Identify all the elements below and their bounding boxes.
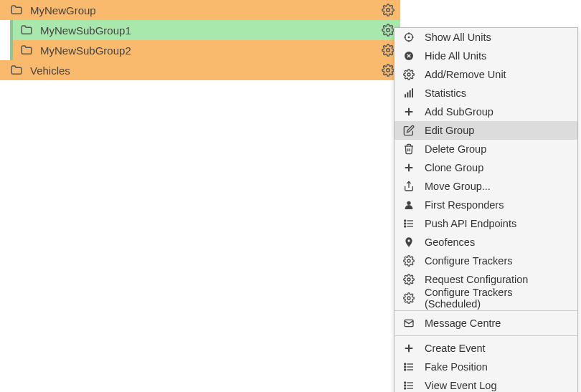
plus-icon <box>403 343 415 354</box>
list-icon <box>403 218 415 229</box>
svg-point-44 <box>405 369 406 371</box>
x-circle-icon <box>403 50 415 62</box>
svg-point-13 <box>407 73 410 76</box>
person-icon <box>403 199 415 211</box>
menu-item[interactable]: Statistics <box>395 84 577 102</box>
menu-divider <box>395 335 577 336</box>
svg-point-2 <box>387 49 390 52</box>
svg-point-49 <box>405 385 406 386</box>
menu-item-label: First Responders <box>425 199 504 211</box>
menu-item[interactable]: Add/Remove Unit <box>395 65 577 84</box>
tree-row-label: MyNewGroup <box>30 4 382 16</box>
menu-item-label: Hide All Units <box>425 50 486 62</box>
crosshair-icon <box>403 32 415 43</box>
tree-row-label: MyNewSubGroup1 <box>40 24 382 37</box>
plus-icon <box>403 162 415 173</box>
menu-item[interactable]: Configure Trackers (Scheduled) <box>395 289 577 307</box>
menu-item-label: Edit Group <box>425 125 474 136</box>
svg-point-3 <box>387 69 390 72</box>
menu-item[interactable]: Create Event <box>395 339 577 358</box>
pin-icon <box>403 236 415 248</box>
menu-item-label: Add/Remove Unit <box>425 69 506 80</box>
gear-icon <box>403 274 415 285</box>
menu-item[interactable]: Fake Position <box>395 358 577 376</box>
envelope-icon <box>403 317 415 329</box>
menu-item[interactable]: Move Group... <box>395 177 577 196</box>
gear-icon <box>403 255 415 267</box>
tree-row-label: MyNewSubGroup2 <box>40 44 382 57</box>
menu-item-label: Create Event <box>425 343 486 354</box>
menu-item[interactable]: Configure Trackers <box>395 252 577 270</box>
svg-point-50 <box>405 388 406 389</box>
gear-icon[interactable] <box>382 64 395 77</box>
tree-row[interactable]: MyNewSubGroup1 <box>10 20 400 40</box>
menu-item-label: Show All Units <box>425 32 491 43</box>
tree-row[interactable]: Vehicles <box>0 60 400 80</box>
svg-point-42 <box>405 363 406 365</box>
menu-item[interactable]: Clone Group <box>395 158 577 177</box>
gear-icon <box>403 69 415 80</box>
menu-item-label: Statistics <box>425 87 466 99</box>
menu-item[interactable]: Geofences <box>395 233 577 252</box>
menu-item-label: Fake Position <box>425 361 488 373</box>
bars-icon <box>403 87 415 99</box>
list-icon <box>403 361 415 373</box>
menu-item[interactable]: Message Centre <box>395 314 577 333</box>
svg-point-29 <box>405 220 406 221</box>
trash-icon <box>403 143 415 155</box>
menu-item-label: Push API Endpoints <box>425 218 516 229</box>
gear-icon[interactable] <box>382 4 395 16</box>
edit-icon <box>403 125 415 136</box>
menu-item-label: Configure Trackers <box>425 255 513 267</box>
menu-item[interactable]: Hide All Units <box>395 47 577 65</box>
menu-item-label: Delete Group <box>425 143 486 155</box>
tree-row[interactable]: MyNewSubGroup2 <box>10 40 400 60</box>
svg-point-33 <box>407 259 410 262</box>
menu-item[interactable]: Delete Group <box>395 140 577 158</box>
menu-item-label: Clone Group <box>425 162 483 173</box>
gear-icon <box>403 292 415 304</box>
svg-point-25 <box>407 201 410 205</box>
menu-item-label: View Event Log <box>425 380 497 391</box>
share-icon <box>403 181 415 192</box>
menu-item-label: Configure Trackers (Scheduled) <box>425 287 569 310</box>
folder-icon <box>10 64 23 77</box>
svg-point-32 <box>407 239 410 242</box>
menu-item[interactable]: Push API Endpoints <box>395 214 577 233</box>
tree-row-label: Vehicles <box>30 64 382 77</box>
group-tree: MyNewGroupMyNewSubGroup1MyNewSubGroup2Ve… <box>0 0 400 80</box>
folder-icon <box>10 4 23 16</box>
menu-item-label: Message Centre <box>425 317 501 329</box>
menu-item[interactable]: Edit Group <box>395 121 577 140</box>
list-icon <box>403 380 415 391</box>
context-menu: Show All UnitsHide All UnitsAdd/Remove U… <box>394 27 578 392</box>
svg-rect-16 <box>410 90 411 97</box>
svg-point-0 <box>387 9 390 12</box>
svg-point-1 <box>387 29 390 32</box>
svg-rect-14 <box>405 94 406 97</box>
svg-point-35 <box>407 297 410 300</box>
menu-divider <box>395 310 577 311</box>
svg-point-9 <box>408 37 409 37</box>
folder-icon <box>20 44 33 57</box>
gear-icon[interactable] <box>382 24 395 37</box>
menu-item-label: Add SubGroup <box>425 106 493 118</box>
svg-rect-15 <box>407 92 408 97</box>
menu-item[interactable]: Show All Units <box>395 28 577 47</box>
svg-point-43 <box>405 366 406 368</box>
svg-point-34 <box>407 278 410 281</box>
tree-row[interactable]: MyNewGroup <box>0 0 400 20</box>
menu-item[interactable]: View Event Log <box>395 376 577 392</box>
svg-point-31 <box>405 226 406 227</box>
menu-item-label: Geofences <box>425 236 475 248</box>
plus-icon <box>403 106 415 118</box>
menu-item[interactable]: Add SubGroup <box>395 102 577 121</box>
svg-point-30 <box>405 223 406 224</box>
menu-item-label: Move Group... <box>425 181 491 192</box>
svg-point-48 <box>405 382 406 383</box>
menu-item[interactable]: First Responders <box>395 196 577 214</box>
folder-icon <box>20 24 33 37</box>
svg-rect-17 <box>412 88 413 97</box>
gear-icon[interactable] <box>382 44 395 57</box>
menu-item-label: Request Configuration <box>425 274 528 285</box>
